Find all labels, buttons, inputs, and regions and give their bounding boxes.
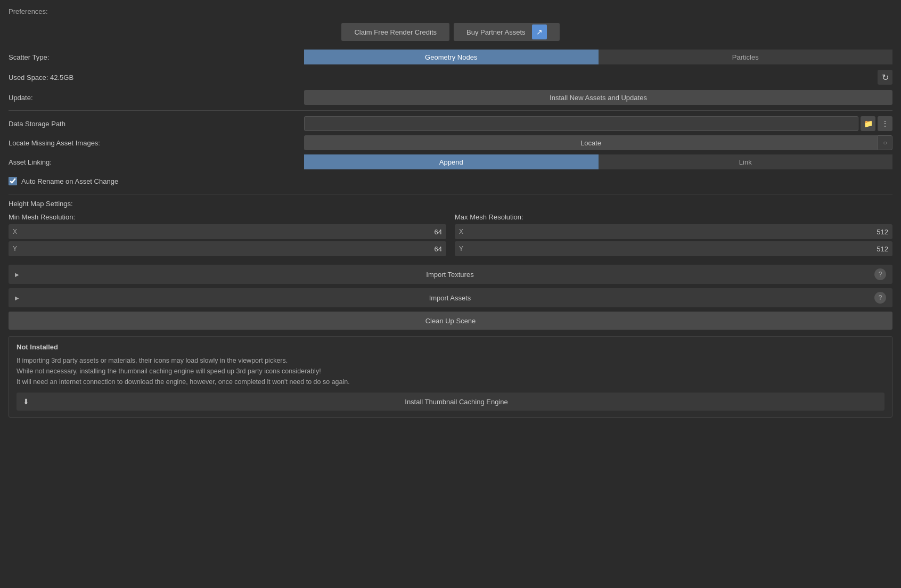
locate-radio: ○ xyxy=(878,135,892,150)
max-y-label: Y xyxy=(459,245,470,252)
import-assets-arrow: ▶ xyxy=(15,295,19,301)
max-x-value[interactable]: 512 xyxy=(470,228,888,236)
min-x-value[interactable]: 64 xyxy=(23,228,442,236)
max-y-row: Y 512 xyxy=(455,241,892,256)
buy-partner-button[interactable]: Buy Partner Assets ↗ xyxy=(454,23,560,41)
import-textures-section[interactable]: ▶ Import Textures ? xyxy=(9,265,892,284)
min-y-value[interactable]: 64 xyxy=(23,245,442,253)
auto-rename-checkbox[interactable] xyxy=(9,177,17,185)
more-icon: ⋮ xyxy=(881,119,889,128)
locate-missing-label: Locate Missing Asset Images: xyxy=(9,139,304,147)
partner-icon: ↗ xyxy=(532,24,547,39)
asset-link-button[interactable]: Link xyxy=(599,154,893,169)
min-mesh-title: Min Mesh Resolution: xyxy=(9,213,446,221)
import-assets-label: Import Assets xyxy=(26,294,874,302)
import-textures-arrow: ▶ xyxy=(15,272,19,277)
max-x-label: X xyxy=(459,228,470,235)
cleanup-scene-button[interactable]: Clean Up Scene xyxy=(9,312,892,330)
used-space-row: Used Space: 42.5GB ↻ xyxy=(9,70,892,85)
import-textures-label: Import Textures xyxy=(26,271,874,279)
mesh-resolution-container: Min Mesh Resolution: X 64 Y 64 Max Mesh … xyxy=(9,213,892,256)
not-installed-line1: If importing 3rd party assets or materia… xyxy=(17,355,884,366)
preferences-header: Preferences: xyxy=(9,7,892,15)
buy-partner-label: Buy Partner Assets xyxy=(466,28,526,36)
max-x-row: X 512 xyxy=(455,224,892,239)
scatter-type-label: Scatter Type: xyxy=(9,53,304,61)
import-assets-section[interactable]: ▶ Import Assets ? xyxy=(9,288,892,307)
update-row: Update: Install New Assets and Updates xyxy=(9,90,892,105)
max-mesh-title: Max Mesh Resolution: xyxy=(455,213,892,221)
more-options-button[interactable]: ⋮ xyxy=(878,116,892,131)
install-thumbnail-button[interactable]: ⬇ Install Thumbnail Caching Engine xyxy=(17,393,884,411)
not-installed-text: If importing 3rd party assets or materia… xyxy=(17,355,884,387)
min-x-row: X 64 xyxy=(9,224,446,239)
top-buttons-row: Claim Free Render Credits Buy Partner As… xyxy=(9,23,892,41)
auto-rename-label: Auto Rename on Asset Change xyxy=(21,177,118,185)
scatter-type-row: Scatter Type: Geometry Nodes Particles xyxy=(9,50,892,64)
data-storage-row: Data Storage Path 📁 ⋮ xyxy=(9,116,892,131)
not-installed-line3: It will need an internet connection to d… xyxy=(17,377,884,387)
claim-render-button[interactable]: Claim Free Render Credits xyxy=(341,23,449,41)
min-y-label: Y xyxy=(13,245,23,252)
divider-2 xyxy=(9,194,892,194)
install-thumbnail-icon: ⬇ xyxy=(23,397,29,406)
not-installed-box: Not Installed If importing 3rd party ass… xyxy=(9,336,892,418)
scatter-geometry-nodes-button[interactable]: Geometry Nodes xyxy=(304,50,599,64)
refresh-icon[interactable]: ↻ xyxy=(878,70,892,85)
scatter-type-toggle: Geometry Nodes Particles xyxy=(304,50,892,64)
not-installed-title: Not Installed xyxy=(17,343,884,351)
storage-input-group: 📁 ⋮ xyxy=(304,116,892,131)
locate-missing-row: Locate Missing Asset Images: Locate ○ xyxy=(9,135,892,150)
update-label: Update: xyxy=(9,94,304,102)
asset-linking-toggle: Append Link xyxy=(304,154,892,169)
folder-icon-button[interactable]: 📁 xyxy=(861,116,875,131)
max-y-value[interactable]: 512 xyxy=(470,245,888,253)
asset-append-button[interactable]: Append xyxy=(304,154,599,169)
min-mesh-group: Min Mesh Resolution: X 64 Y 64 xyxy=(9,213,446,256)
locate-group: Locate ○ xyxy=(304,135,892,150)
storage-path-input[interactable] xyxy=(304,116,858,131)
min-y-row: Y 64 xyxy=(9,241,446,256)
locate-button[interactable]: Locate xyxy=(304,135,878,150)
max-mesh-group: Max Mesh Resolution: X 512 Y 512 xyxy=(455,213,892,256)
min-mesh-inputs: X 64 Y 64 xyxy=(9,224,446,256)
import-textures-help-icon[interactable]: ? xyxy=(874,268,886,280)
data-storage-label: Data Storage Path xyxy=(9,120,304,128)
asset-linking-row: Asset Linking: Append Link xyxy=(9,154,892,169)
min-x-label: X xyxy=(13,228,23,235)
max-mesh-inputs: X 512 Y 512 xyxy=(455,224,892,256)
install-thumbnail-label: Install Thumbnail Caching Engine xyxy=(35,398,878,406)
scatter-particles-button[interactable]: Particles xyxy=(599,50,893,64)
folder-icon: 📁 xyxy=(864,119,873,128)
height-map-title: Height Map Settings: xyxy=(9,200,892,208)
auto-rename-row: Auto Rename on Asset Change xyxy=(9,177,892,185)
not-installed-line2: While not necessary, installing the thum… xyxy=(17,366,884,377)
used-space-label: Used Space: 42.5GB xyxy=(9,74,873,81)
asset-linking-label: Asset Linking: xyxy=(9,158,304,166)
import-assets-help-icon[interactable]: ? xyxy=(874,292,886,304)
divider-1 xyxy=(9,110,892,111)
install-updates-button[interactable]: Install New Assets and Updates xyxy=(304,90,892,105)
